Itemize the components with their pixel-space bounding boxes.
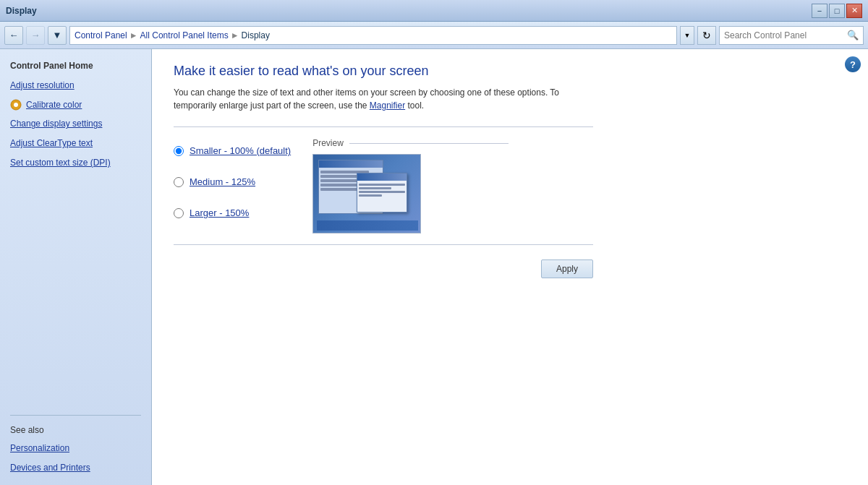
breadcrumb-bar: Control Panel ► All Control Panel Items … <box>69 26 677 45</box>
breadcrumb-control-panel[interactable]: Control Panel <box>75 30 127 40</box>
search-icon[interactable]: 🔍 <box>847 30 859 40</box>
svg-point-1 <box>14 103 18 107</box>
minimize-button[interactable]: − <box>812 4 827 18</box>
breadcrumb-all-items[interactable]: All Control Panel Items <box>140 30 229 40</box>
description-text-before: You can change the size of text and othe… <box>174 87 559 111</box>
main-container: Control Panel Home Adjust resolution Cal… <box>0 49 868 485</box>
preview-dialog-title-bar <box>357 173 407 181</box>
preview-window-title-bar <box>319 160 383 168</box>
help-icon[interactable]: ? <box>845 56 861 72</box>
sidebar-item-adjust-resolution[interactable]: Adjust resolution <box>0 76 151 95</box>
apply-row: Apply <box>174 259 593 278</box>
preview-dialog-row-1 <box>359 184 405 186</box>
sidebar-divider <box>10 415 141 416</box>
sidebar-item-personalization[interactable]: Personalization <box>0 439 151 458</box>
back-button[interactable]: ← <box>4 26 23 45</box>
top-separator <box>174 126 593 127</box>
sidebar-see-also-label: See also <box>0 421 151 439</box>
page-description: You can change the size of text and othe… <box>174 86 579 112</box>
preview-dialog-row-2 <box>359 187 391 189</box>
sidebar-spacer <box>0 173 151 410</box>
bottom-separator <box>174 244 593 245</box>
content-area: ? Make it easier to read what's on your … <box>152 49 868 485</box>
preview-line <box>349 143 509 144</box>
preview-row-4 <box>320 184 357 186</box>
preview-dialog-row-3 <box>359 191 405 193</box>
magnifier-link[interactable]: Magnifier <box>370 100 405 111</box>
radio-smaller[interactable] <box>174 146 184 156</box>
breadcrumb-sep-1: ► <box>129 30 138 40</box>
address-bar: ← → ▼ Control Panel ► All Control Panel … <box>0 22 868 49</box>
option-smaller-label: Smaller - 100% (default) <box>190 145 291 156</box>
sidebar-item-set-custom-dpi[interactable]: Set custom text size (DPI) <box>0 153 151 173</box>
search-box: 🔍 <box>719 26 864 45</box>
preview-image <box>312 154 421 233</box>
title-bar-controls: − □ ✕ <box>812 4 862 18</box>
sidebar-item-adjust-cleartype[interactable]: Adjust ClearType text <box>0 134 151 153</box>
color-wheel-icon <box>10 99 22 111</box>
title-bar: Display − □ ✕ <box>0 0 868 22</box>
forward-button[interactable]: → <box>26 26 45 45</box>
breadcrumb-dropdown[interactable]: ▼ <box>680 26 694 45</box>
preview-dialog-window <box>357 173 407 213</box>
option-larger-label: Larger - 150% <box>190 207 249 218</box>
refresh-button[interactable]: ↻ <box>697 26 716 45</box>
close-button[interactable]: ✕ <box>846 4 862 18</box>
title-bar-text: Display <box>6 6 37 16</box>
radio-medium[interactable] <box>174 177 184 187</box>
sidebar-item-devices-printers[interactable]: Devices and Printers <box>0 458 151 478</box>
page-title: Make it easier to read what's on your sc… <box>174 64 846 79</box>
preview-label-row: Preview <box>312 138 509 148</box>
sidebar-item-change-display-settings[interactable]: Change display settings <box>0 114 151 134</box>
description-text-after: tool. <box>405 100 424 111</box>
preview-dialog-content <box>357 181 407 199</box>
preview-taskbar <box>317 220 418 231</box>
options-preview-row: Smaller - 100% (default) Medium - 125% L… <box>174 138 846 233</box>
maximize-button[interactable]: □ <box>829 4 845 18</box>
option-smaller[interactable]: Smaller - 100% (default) <box>174 145 291 156</box>
preview-screen <box>317 158 418 231</box>
breadcrumb-sep-2: ► <box>231 30 239 40</box>
preview-row-2 <box>320 175 357 178</box>
preview-label: Preview <box>312 138 344 148</box>
preview-column: Preview <box>312 138 509 233</box>
breadcrumb-display: Display <box>242 30 270 40</box>
apply-button[interactable]: Apply <box>541 259 593 278</box>
option-medium[interactable]: Medium - 125% <box>174 176 291 187</box>
preview-dialog-row-4 <box>359 194 382 197</box>
sidebar-item-calibrate-color[interactable]: Calibrate color <box>0 95 151 115</box>
options-column: Smaller - 100% (default) Medium - 125% L… <box>174 138 291 218</box>
radio-larger[interactable] <box>174 208 184 218</box>
search-input[interactable] <box>724 30 847 40</box>
sidebar-item-control-panel-home[interactable]: Control Panel Home <box>0 56 151 76</box>
sidebar: Control Panel Home Adjust resolution Cal… <box>0 49 152 485</box>
recent-pages-button[interactable]: ▼ <box>48 26 67 45</box>
option-medium-label: Medium - 125% <box>190 176 255 187</box>
option-larger[interactable]: Larger - 150% <box>174 207 291 218</box>
